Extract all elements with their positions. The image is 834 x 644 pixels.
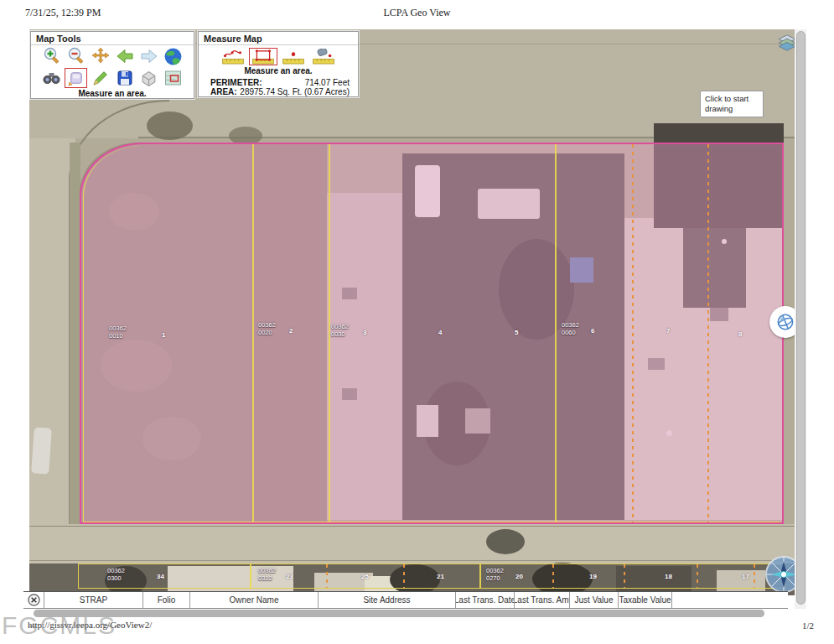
parcel-dashed-line (707, 144, 709, 522)
parcel-strap-label: 00362 0270 (486, 568, 504, 582)
overview-map-button[interactable] (162, 68, 184, 88)
parcel-number: 1 (162, 331, 165, 339)
column-header-owner-name: Owner Name (190, 592, 319, 608)
road-bottom (29, 524, 796, 564)
parcel-number: 2 (289, 327, 293, 335)
parcel-number: 20 (515, 573, 523, 580)
page-title: LCPA Geo View (0, 7, 834, 19)
parcel-strap-label: 00362 0010 (109, 325, 127, 340)
parcel-number: 23 (286, 573, 293, 580)
parcel-dashed-line (697, 564, 698, 588)
column-header-last-trans-amt: Last Trans. Amt (515, 592, 570, 608)
column-header-filler (672, 592, 788, 608)
perimeter-label: PERIMETER: (210, 78, 262, 87)
parcel-number: 6 (591, 327, 594, 335)
results-table-header: STRAP Folio Owner Name Site Address Last… (23, 591, 788, 609)
layers-icon[interactable] (776, 32, 796, 57)
column-header-just-value: Just Value (570, 592, 619, 608)
measure-point-button[interactable] (279, 48, 308, 65)
parcel-line (555, 144, 557, 522)
parcel-dashed-line (754, 564, 755, 588)
parcel-number: 8 (738, 330, 742, 338)
clear-measure-button[interactable] (309, 48, 338, 65)
print-button[interactable] (137, 68, 160, 88)
column-header-taxable-value: Taxable Value (619, 592, 672, 608)
parcel-line (329, 144, 330, 522)
perimeter-value: 714.07 Feet (305, 78, 350, 87)
globe-button[interactable] (769, 306, 796, 338)
curb-line (29, 526, 796, 527)
parcel-number: 25 (361, 573, 369, 580)
horizontal-scrollbar-thumb[interactable] (34, 610, 764, 617)
parcel-number: 18 (665, 573, 672, 580)
parcel-line (479, 564, 481, 588)
tree (147, 112, 193, 140)
column-header-last-trans-date: Last Trans. Date (456, 592, 515, 608)
parcel-dashed-line (552, 564, 554, 588)
parcel-strap-label: 00362 0060 (562, 322, 579, 336)
parcel-number: 17 (742, 573, 749, 580)
bottom-parcel-strip (78, 564, 785, 589)
save-button[interactable] (113, 68, 136, 88)
parcel-strap-label: 00362 0030 (331, 324, 349, 338)
column-header-strap: STRAP (44, 592, 143, 608)
vertical-scrollbar[interactable] (795, 29, 806, 609)
draw-button[interactable] (89, 68, 111, 88)
measure-distance-button[interactable] (219, 48, 247, 65)
vertical-scrollbar-thumb[interactable] (796, 31, 806, 605)
car (31, 427, 52, 474)
pan-button[interactable] (89, 46, 111, 66)
print-preview-page: 7/31/25, 12:39 PM LCPA Geo View (0, 0, 834, 644)
forward-button[interactable] (137, 46, 160, 66)
parcel-dashed-line (624, 564, 625, 588)
area-label: AREA: (210, 87, 237, 96)
parcel-line (252, 144, 254, 522)
tree (486, 529, 525, 554)
parcel-number: 3 (363, 329, 366, 336)
parcel-number: 34 (157, 573, 164, 580)
print-page-number: 1/2 (802, 621, 814, 631)
map-canvas[interactable]: 00362 0010 1 00362 0020 2 00362 0030 3 4… (29, 29, 796, 595)
measure-area-button[interactable] (249, 48, 277, 65)
parcel-number: 21 (437, 573, 444, 580)
parcel-number: 19 (589, 573, 597, 580)
compass-rose-icon (764, 554, 796, 595)
measure-map-panel: Measure Map Measure an area. PERIMETER: … (198, 31, 359, 97)
measure-map-caption: Measure an area. (199, 66, 358, 75)
map-tools-caption: Measure an area. (31, 89, 194, 98)
full-extent-button[interactable] (162, 46, 184, 66)
measure-button[interactable] (65, 68, 87, 88)
parcel-strap-label: 00362 0310 (258, 568, 276, 582)
measure-map-title: Measure Map (199, 32, 358, 45)
zoom-out-button[interactable] (65, 46, 87, 66)
parcel-strap-label: 00362 0020 (258, 322, 276, 336)
back-button[interactable] (113, 46, 136, 66)
parcel-dashed-line (632, 144, 634, 522)
parcel-number: 5 (515, 329, 518, 336)
close-icon (28, 594, 40, 606)
parcel-number: 4 (438, 329, 442, 336)
column-header-site-address: Site Address (319, 592, 456, 608)
parcel-dashed-line (403, 564, 405, 588)
globe-icon (774, 311, 796, 333)
parcel-dashed-line (326, 564, 328, 588)
map-tools-title: Map Tools (31, 32, 194, 45)
zoom-in-button[interactable] (40, 46, 63, 66)
area-value: 28975.74 Sq. Ft. (0.67 Acres) (240, 87, 350, 96)
find-button[interactable] (40, 68, 63, 88)
parcel-line (250, 564, 251, 588)
parcel-boundary-yellow (83, 146, 780, 522)
selection-overlay (80, 143, 784, 524)
map-tools-panel: Map Tools (30, 31, 194, 99)
parcel-number: 7 (666, 327, 670, 335)
curb-line (29, 560, 796, 561)
close-results-button[interactable] (23, 592, 44, 608)
parcel-strap-label: 00362 0300 (107, 568, 125, 582)
drawing-tooltip: Click to start drawing (700, 91, 764, 117)
column-header-folio: Folio (143, 592, 190, 608)
